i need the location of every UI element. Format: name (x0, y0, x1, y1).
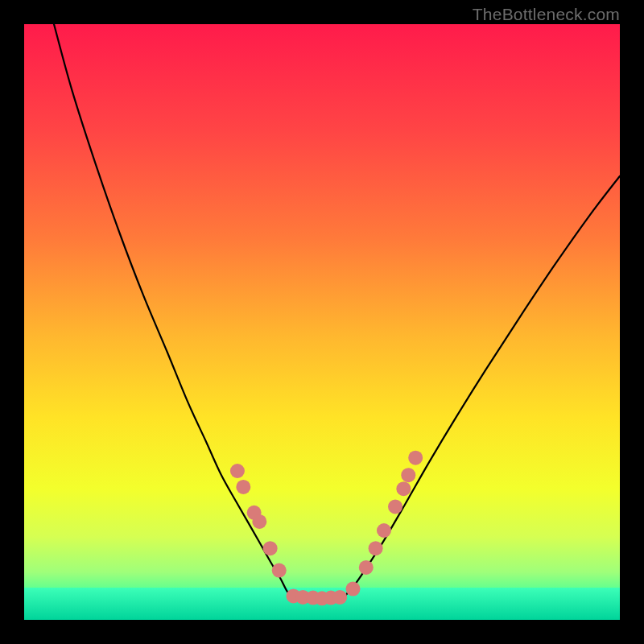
watermark-text: TheBottleneck.com (473, 5, 620, 24)
highlight-dot (359, 560, 374, 575)
gradient-background (24, 24, 620, 620)
highlight-dot (332, 590, 347, 605)
highlight-dot (396, 481, 411, 496)
highlight-dot (272, 564, 287, 578)
chart-frame: TheBottleneck.com (0, 0, 644, 644)
highlight-dot (408, 451, 423, 465)
highlight-dot (230, 464, 245, 478)
highlight-dot (388, 499, 402, 514)
highlight-dot (401, 468, 415, 482)
highlight-dot (236, 480, 250, 494)
highlight-dot (263, 541, 278, 555)
highlight-dot (377, 523, 391, 538)
highlight-dot (345, 582, 360, 597)
highlight-dot (252, 514, 266, 529)
chart-svg (24, 24, 620, 620)
plot-area (24, 24, 620, 620)
highlight-dot (369, 541, 383, 555)
